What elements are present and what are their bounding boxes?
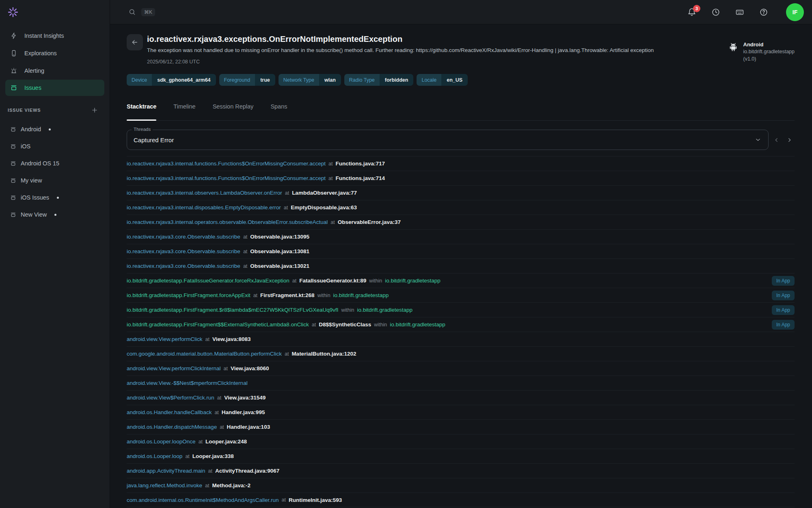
frame-function-link[interactable]: android.view.View.performClick xyxy=(127,336,203,342)
previous-thread-button[interactable] xyxy=(771,135,782,145)
sidebar-view-item[interactable]: iOS xyxy=(0,138,110,155)
back-button[interactable] xyxy=(127,34,143,50)
frame-function-link[interactable]: java.lang.reflect.Method.invoke xyxy=(127,482,202,488)
frame-function-link[interactable]: android.os.Handler.handleCallback xyxy=(127,409,212,415)
sidebar-view-item[interactable]: iOS Issues xyxy=(0,189,110,206)
tab-label: Stacktrace xyxy=(127,103,156,110)
at-label: at xyxy=(312,322,316,328)
help-button[interactable] xyxy=(759,8,768,17)
at-label: at xyxy=(328,161,333,167)
frame-function-link[interactable]: io.bitdrift.gradletestapp.FirstFragment.… xyxy=(127,292,251,298)
issue-title-block: io.reactivex.rxjava3.exceptions.OnErrorN… xyxy=(147,34,654,65)
stack-frame-row: com.google.android.material.button.Mater… xyxy=(127,346,795,361)
frame-file: FirstFragment.kt:268 xyxy=(260,292,315,298)
tab[interactable]: Timeline xyxy=(173,102,195,110)
frame-location: at Observable.java:13021 xyxy=(243,263,309,269)
frame-function-link[interactable]: android.os.Looper.loop xyxy=(127,453,182,459)
add-view-button[interactable] xyxy=(91,106,98,114)
frame-location: at ActivityThread.java:9067 xyxy=(208,468,280,474)
stack-frame-row: android.os.Handler.dispatchMessage at Ha… xyxy=(127,419,795,434)
frame-function-link[interactable]: io.bitdrift.gradletestapp.FatalIssueGene… xyxy=(127,278,289,284)
frame-function-link[interactable]: android.view.View.performClickInternal xyxy=(127,365,221,371)
tray-icon xyxy=(10,212,16,218)
frame-location: at EmptyDisposable.java:63 xyxy=(284,204,357,211)
view-item-label: iOS Issues xyxy=(21,194,49,201)
frame-function-link[interactable]: io.reactivex.rxjava3.internal.functions.… xyxy=(127,175,326,181)
sidebar-item-explorations[interactable]: Explorations xyxy=(0,44,110,62)
tag-value: wlan xyxy=(319,74,341,86)
frame-function-link[interactable]: android.view.View.-$$Nest$mperformClickI… xyxy=(127,380,248,386)
frame-file: FatalIssueGenerator.kt:89 xyxy=(299,278,366,284)
frame-location: at ObservableError.java:37 xyxy=(330,219,401,225)
frame-function-link[interactable]: io.reactivex.rxjava3.internal.disposable… xyxy=(127,204,281,211)
main-area: ⌘K 3 xyxy=(110,0,812,508)
frame-location: at FirstFragment.kt:268 xyxy=(253,292,315,298)
frame-function-link[interactable]: io.bitdrift.gradletestapp.FirstFragment$… xyxy=(127,321,309,328)
next-thread-button[interactable] xyxy=(784,135,795,145)
within-label: within xyxy=(317,293,330,298)
phone-icon xyxy=(10,50,17,57)
at-label: at xyxy=(328,176,333,181)
frame-package-link[interactable]: io.bitdrift.gradletestapp xyxy=(333,292,389,298)
frame-function-link[interactable]: io.reactivex.rxjava3.core.Observable.sub… xyxy=(127,248,240,254)
stack-frame-row: android.view.View$PerformClick.run at Vi… xyxy=(127,390,795,405)
frame-location: at Functions.java:717 xyxy=(328,161,385,167)
frame-function-link[interactable]: android.os.Handler.dispatchMessage xyxy=(127,424,217,430)
frame-function-link[interactable]: io.reactivex.rxjava3.internal.observers.… xyxy=(127,190,282,196)
at-label: at xyxy=(185,454,189,459)
at-label: at xyxy=(224,366,228,371)
sidebar-item-alerting[interactable]: Alerting xyxy=(0,62,110,79)
recent-button[interactable] xyxy=(711,8,720,17)
attribute-tag[interactable]: Network Type wlan xyxy=(279,74,341,86)
frame-package-link[interactable]: io.bitdrift.gradletestapp xyxy=(385,278,441,284)
attribute-tag[interactable]: Locale en_US xyxy=(417,74,468,86)
within-label: within xyxy=(341,307,354,313)
tab[interactable]: Spans xyxy=(270,102,287,110)
sidebar-view-item[interactable]: New View xyxy=(0,206,110,223)
search-icon xyxy=(128,8,136,16)
attribute-tag[interactable]: Radio Type forbidden xyxy=(344,74,414,86)
brand-logo-icon[interactable] xyxy=(7,7,19,18)
user-avatar[interactable]: IF xyxy=(786,3,804,21)
frame-function-link[interactable]: io.reactivex.rxjava3.internal.operators.… xyxy=(127,219,328,225)
frame-file: Observable.java:13021 xyxy=(250,263,309,269)
frame-function-link[interactable]: com.android.internal.os.RuntimeInit$Meth… xyxy=(127,497,279,503)
attribute-tag[interactable]: Foreground true xyxy=(219,74,275,86)
tag-value: sdk_gphone64_arm64 xyxy=(152,74,216,86)
frame-function-link[interactable]: android.app.ActivityThread.main xyxy=(127,468,205,474)
tag-key: Locale xyxy=(417,74,441,86)
frame-function-link[interactable]: com.google.android.material.button.Mater… xyxy=(127,351,282,357)
stack-frame-row: io.reactivex.rxjava3.internal.functions.… xyxy=(127,171,795,185)
frame-package-link[interactable]: io.bitdrift.gradletestapp xyxy=(357,307,412,313)
app-info-text: Android io.bitdrift.gradletestapp (v1.0) xyxy=(743,41,795,65)
frame-file: RuntimeInit.java:593 xyxy=(289,497,342,503)
frame-function-link[interactable]: android.os.Looper.loopOnce xyxy=(127,439,196,445)
frame-file: View.java:31549 xyxy=(224,395,266,401)
sidebar-item-issues[interactable]: Issues xyxy=(5,80,104,96)
sidebar-view-item[interactable]: Android xyxy=(0,121,110,138)
sidebar-view-item[interactable]: My view xyxy=(0,172,110,189)
tab[interactable]: Stacktrace xyxy=(127,102,156,110)
sidebar-item-instant-insights[interactable]: Instant Insights xyxy=(0,27,110,44)
shortcuts-button[interactable] xyxy=(735,8,744,17)
frame-function-link[interactable]: io.reactivex.rxjava3.core.Observable.sub… xyxy=(127,234,240,240)
notifications-button[interactable]: 3 xyxy=(687,8,696,17)
view-item-label: Android xyxy=(21,126,41,132)
frame-file: Observable.java:13095 xyxy=(250,234,309,240)
attribute-tag[interactable]: Device sdk_gphone64_arm64 xyxy=(127,74,216,86)
tab-label: Session Replay xyxy=(213,103,254,110)
tab[interactable]: Session Replay xyxy=(213,102,254,110)
frame-function-link[interactable]: android.view.View$PerformClick.run xyxy=(127,395,214,401)
frame-function-link[interactable]: io.reactivex.rxjava3.internal.functions.… xyxy=(127,161,326,167)
frame-file: ActivityThread.java:9067 xyxy=(215,468,279,474)
frame-file: EmptyDisposable.java:63 xyxy=(291,204,357,211)
at-label: at xyxy=(253,293,257,298)
sidebar-view-item[interactable]: Android OS 15 xyxy=(0,155,110,172)
app-info: Android io.bitdrift.gradletestapp (v1.0) xyxy=(716,41,795,65)
frame-function-link[interactable]: io.reactivex.rxjava3.core.Observable.sub… xyxy=(127,263,240,269)
frame-package-link[interactable]: io.bitdrift.gradletestapp xyxy=(390,321,445,328)
threads-dropdown[interactable]: Threads Captured Error xyxy=(127,130,769,150)
at-label: at xyxy=(243,263,247,269)
frame-function-link[interactable]: io.bitdrift.gradletestapp.FirstFragment.… xyxy=(127,307,338,313)
global-search[interactable]: ⌘K xyxy=(128,8,155,16)
